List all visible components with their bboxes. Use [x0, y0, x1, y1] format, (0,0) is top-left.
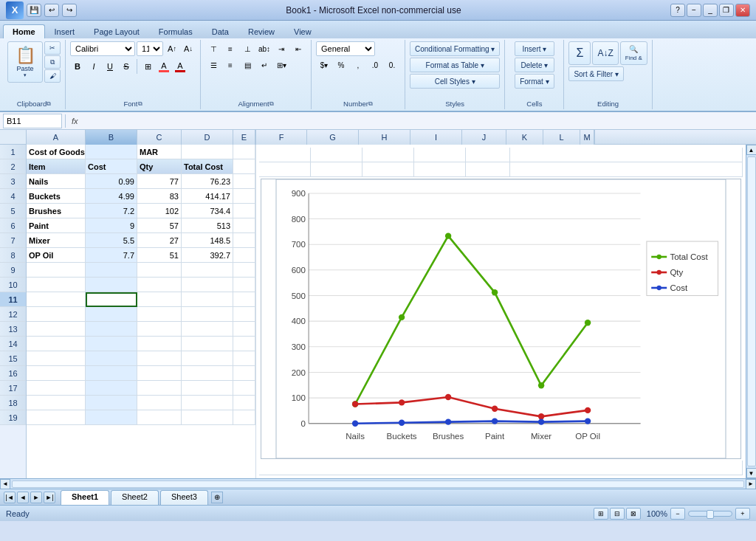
cell-d13[interactable] [182, 322, 233, 337]
cell-d16[interactable] [182, 366, 233, 381]
ribbon-toggle-btn[interactable]: − [687, 4, 701, 17]
scroll-thumb-v[interactable] [747, 156, 756, 466]
outdent-btn[interactable]: ⇤ [290, 41, 306, 56]
cell-k2[interactable] [510, 162, 743, 177]
col-header-m[interactable]: M [580, 130, 594, 145]
cell-b8[interactable]: 7.7 [86, 248, 137, 263]
cell-f1[interactable] [259, 148, 311, 162]
cell-b1[interactable] [86, 145, 137, 159]
conditional-formatting-btn[interactable]: Conditional Formatting ▾ [410, 41, 500, 56]
underline-btn[interactable]: U [103, 59, 117, 74]
cell-d17[interactable] [182, 381, 233, 396]
cell-e13[interactable] [233, 322, 255, 337]
cell-e5[interactable] [233, 204, 255, 218]
sheet-first-btn[interactable]: |◄ [4, 492, 16, 503]
col-header-k[interactable]: K [506, 130, 543, 145]
bold-btn[interactable]: B [70, 59, 85, 74]
cell-b7[interactable]: 5.5 [86, 233, 137, 248]
cell-c11[interactable] [137, 292, 182, 307]
cell-a19[interactable] [27, 410, 86, 425]
cell-e14[interactable] [233, 337, 255, 351]
cut-button[interactable]: ✂ [44, 41, 61, 55]
cell-j2[interactable] [466, 162, 510, 177]
cell-a16[interactable] [27, 366, 86, 381]
number-format-select[interactable]: General Number Currency [316, 41, 375, 56]
cell-e1[interactable] [233, 145, 255, 159]
cell-d18[interactable] [182, 396, 233, 410]
cell-c6[interactable]: 57 [137, 218, 182, 233]
cell-b16[interactable] [86, 366, 137, 381]
normal-view-btn[interactable]: ⊞ [594, 508, 608, 520]
cell-a12[interactable] [27, 307, 86, 322]
cell-e7[interactable] [233, 233, 255, 248]
col-header-j[interactable]: J [462, 130, 506, 145]
cell-e15[interactable] [233, 351, 255, 366]
cell-e9[interactable] [233, 263, 255, 278]
cell-f2[interactable] [259, 162, 311, 177]
cell-b10[interactable] [86, 278, 137, 292]
cell-b18[interactable] [86, 396, 137, 410]
cell-d7[interactable]: 148.5 [182, 233, 233, 248]
help-btn[interactable]: ? [670, 4, 685, 17]
row-num-18[interactable]: 18 [0, 396, 26, 410]
add-sheet-btn[interactable]: ⊕ [211, 492, 223, 503]
row-num-16[interactable]: 16 [0, 366, 26, 381]
row-num-2[interactable]: 2 [0, 159, 26, 174]
font-color-btn[interactable]: A [173, 59, 188, 74]
page-break-view-btn[interactable]: ⊠ [626, 508, 641, 520]
comma-btn[interactable]: , [350, 58, 366, 72]
zoom-in-btn[interactable]: + [735, 508, 750, 520]
clipboard-expand[interactable]: ⧉ [47, 100, 51, 108]
sort-filter-btn[interactable]: Sort & Filter ▾ [568, 66, 624, 81]
col-header-d[interactable]: D [182, 130, 233, 145]
cell-e12[interactable] [233, 307, 255, 322]
cell-a4[interactable]: Buckets [27, 189, 86, 204]
col-header-e[interactable]: E [233, 130, 255, 145]
quick-save-btn[interactable]: 💾 [27, 4, 41, 17]
cell-d8[interactable]: 392.7 [182, 248, 233, 263]
align-right-btn[interactable]: ▤ [239, 58, 255, 72]
zoom-out-btn[interactable]: − [670, 508, 685, 520]
cell-a5[interactable]: Brushes [27, 204, 86, 218]
cell-e2[interactable] [233, 159, 255, 174]
formula-input[interactable] [84, 114, 753, 128]
col-header-i[interactable]: I [410, 130, 462, 145]
cell-c4[interactable]: 83 [137, 189, 182, 204]
v-scrollbar[interactable]: ▲ ▼ [746, 145, 756, 478]
row-num-8[interactable]: 8 [0, 248, 26, 263]
scroll-right-btn[interactable]: ► [746, 479, 756, 489]
cell-a8[interactable]: OP Oil [27, 248, 86, 263]
cell-e17[interactable] [233, 381, 255, 396]
col-header-b[interactable]: B [86, 130, 137, 145]
cell-a18[interactable] [27, 396, 86, 410]
format-painter-button[interactable]: 🖌 [44, 69, 61, 83]
row-num-7[interactable]: 7 [0, 233, 26, 248]
cell-c12[interactable] [137, 307, 182, 322]
cell-b6[interactable]: 9 [86, 218, 137, 233]
row-num-11[interactable]: 11 [0, 292, 26, 307]
cell-d14[interactable] [182, 337, 233, 351]
cell-d2[interactable]: Total Cost [182, 159, 233, 174]
currency-btn[interactable]: $▾ [316, 58, 332, 72]
cell-e11[interactable] [233, 292, 255, 307]
cell-h1[interactable] [362, 148, 414, 162]
cell-e19[interactable] [233, 410, 255, 425]
row-num-5[interactable]: 5 [0, 204, 26, 218]
az-sort-btn[interactable]: A↓Z [592, 41, 618, 65]
cell-b19[interactable] [86, 410, 137, 425]
cell-a9[interactable] [27, 263, 86, 278]
scroll-left-btn[interactable]: ◄ [0, 479, 10, 489]
cell-c8[interactable]: 51 [137, 248, 182, 263]
cell-e8[interactable] [233, 248, 255, 263]
tab-formulas[interactable]: Formulas [149, 24, 202, 38]
cell-a3[interactable]: Nails [27, 174, 86, 189]
cell-k1[interactable] [510, 148, 743, 162]
tab-review[interactable]: Review [238, 24, 284, 38]
font-name-select[interactable]: Calibri [70, 41, 135, 56]
row-num-6[interactable]: 6 [0, 218, 26, 233]
cell-b12[interactable] [86, 307, 137, 322]
tab-data[interactable]: Data [202, 24, 238, 38]
cell-b15[interactable] [86, 351, 137, 366]
cell-g2[interactable] [311, 162, 362, 177]
cell-c19[interactable] [137, 410, 182, 425]
